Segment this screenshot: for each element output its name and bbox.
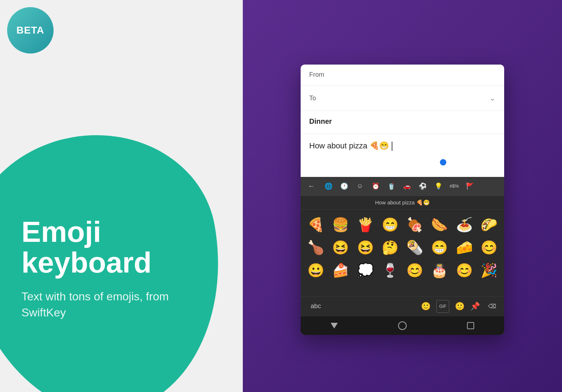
subtitle: Text with tons of emojis, from SwiftKey xyxy=(21,289,200,321)
keyboard-car-icon[interactable]: 🚗 xyxy=(401,180,413,193)
emoji-big-smile[interactable]: 😁 xyxy=(427,236,452,259)
home-nav-icon[interactable] xyxy=(398,321,407,330)
chevron-down-icon: ⌄ xyxy=(490,94,496,102)
emoji-pasta[interactable]: 🍝 xyxy=(452,213,477,236)
beta-badge: BETA xyxy=(7,7,54,54)
keyboard-symbols-icon[interactable]: #$% xyxy=(448,180,461,193)
keyboard-toolbar: ← 🌐 🕐 ☺ ⏰ 🥤 🚗 ⚽ 💡 #$% 🚩 xyxy=(301,177,504,196)
emoji-thought[interactable]: 💭 xyxy=(353,259,378,282)
keyboard-clock-icon[interactable]: 🕐 xyxy=(338,180,351,193)
left-content: Emojikeyboard Text with tons of emojis, … xyxy=(21,217,200,321)
emoji-burger[interactable]: 🍔 xyxy=(328,213,353,236)
suggestion-text: How about pizza 🍕😁 xyxy=(375,199,430,205)
emoji-fries[interactable]: 🍟 xyxy=(353,213,378,236)
emoji-party[interactable]: 🎉 xyxy=(477,259,501,282)
emoji-lol[interactable]: 😆 xyxy=(353,236,378,259)
keyboard-back-button[interactable]: ← xyxy=(305,180,318,193)
gif-button[interactable]: GIF xyxy=(436,300,449,313)
emoji-grid: 🍕 🍔 🍟 😁 🍖 🌭 🍝 🌮 🍗 😆 😆 🤔 🌯 😁 🧀 😊 😀 xyxy=(301,210,504,285)
android-nav-bar xyxy=(301,316,504,335)
keyboard-section: ← 🌐 🕐 ☺ ⏰ 🥤 🚗 ⚽ 💡 #$% 🚩 How about pizza … xyxy=(301,177,504,335)
emoji-spacer xyxy=(301,285,504,296)
phone-mockup: From To ⌄ Dinner How about pizza 🍕😁 xyxy=(301,65,504,335)
emoji-pizza[interactable]: 🍕 xyxy=(303,213,328,236)
emoji-smile[interactable]: 😊 xyxy=(477,236,501,259)
keyboard-globe-icon[interactable]: 🌐 xyxy=(322,180,335,193)
email-subject-row[interactable]: Dinner xyxy=(301,111,504,134)
emoji-thinking[interactable]: 🤔 xyxy=(378,236,402,259)
from-label: From xyxy=(309,71,324,78)
keyboard-smiley-icon[interactable]: ☺ xyxy=(353,180,366,193)
cursor-handle xyxy=(440,156,446,166)
email-from-row[interactable]: From xyxy=(301,65,504,86)
beta-label: BETA xyxy=(16,25,44,36)
sticker-icon[interactable]: 🙂 xyxy=(455,302,465,311)
keyboard-lightbulb-icon[interactable]: 💡 xyxy=(432,180,445,193)
emoji-laugh[interactable]: 😆 xyxy=(328,236,353,259)
keyboard-drink-icon[interactable]: 🥤 xyxy=(385,180,398,193)
keyboard-sports-icon[interactable]: ⚽ xyxy=(416,180,429,193)
suggestion-bar[interactable]: How about pizza 🍕😁 xyxy=(301,196,504,210)
abc-button[interactable]: abc xyxy=(306,300,325,312)
text-cursor xyxy=(392,142,392,151)
left-panel: BETA Emojikeyboard Text with tons of emo… xyxy=(0,0,243,392)
emoji-drumstick[interactable]: 🍗 xyxy=(303,236,328,259)
email-to-row[interactable]: To ⌄ xyxy=(301,86,504,111)
emoji-meat[interactable]: 🍖 xyxy=(402,213,427,236)
keyboard-alarm-icon[interactable]: ⏰ xyxy=(369,180,382,193)
cursor-dot xyxy=(440,159,446,166)
emoji-content[interactable]: 😊 xyxy=(402,259,427,282)
emoji-cheese[interactable]: 🧀 xyxy=(452,236,477,259)
email-body-row[interactable]: How about pizza 🍕😁 xyxy=(301,134,504,177)
emoji-happy[interactable]: 😀 xyxy=(303,259,328,282)
keyboard-bottom-icons: 🙂 GIF 🙂 📌 ⌫ xyxy=(421,300,498,313)
backspace-button[interactable]: ⌫ xyxy=(486,300,498,313)
email-body-text: How about pizza 🍕😁 xyxy=(309,141,389,150)
keyboard-flag-icon[interactable]: 🚩 xyxy=(463,180,476,193)
emoji-birthday[interactable]: 🎂 xyxy=(427,259,452,282)
to-label: To xyxy=(309,95,316,102)
pin-icon[interactable]: 📌 xyxy=(470,302,480,311)
back-nav-icon[interactable] xyxy=(331,323,338,329)
emoji-burrito[interactable]: 🌯 xyxy=(402,236,427,259)
email-app: From To ⌄ Dinner How about pizza 🍕😁 xyxy=(301,65,504,177)
email-subject: Dinner xyxy=(309,117,332,125)
emoji-smiley[interactable]: 😊 xyxy=(452,259,477,282)
right-panel: From To ⌄ Dinner How about pizza 🍕😁 xyxy=(243,0,562,392)
emoji-grin[interactable]: 😁 xyxy=(378,213,402,236)
emoji-taco[interactable]: 🌮 xyxy=(477,213,501,236)
main-title: Emojikeyboard xyxy=(21,217,200,278)
emoji-face-icon[interactable]: 🙂 xyxy=(421,302,431,311)
recents-nav-icon[interactable] xyxy=(467,322,474,329)
emoji-hotdog[interactable]: 🌭 xyxy=(427,213,452,236)
emoji-cake[interactable]: 🍰 xyxy=(328,259,353,282)
keyboard-bottom-bar: abc 🙂 GIF 🙂 📌 ⌫ xyxy=(301,296,504,316)
emoji-wine[interactable]: 🍷 xyxy=(378,259,402,282)
